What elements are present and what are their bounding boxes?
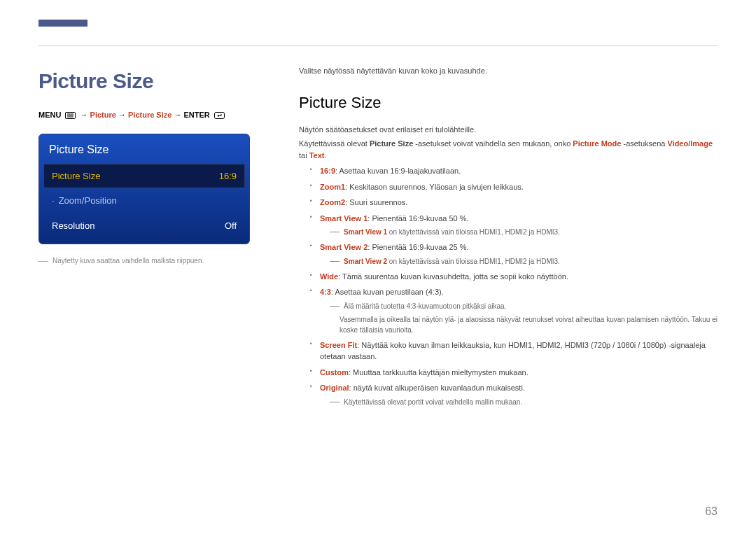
menu-icon [65,111,76,122]
breadcrumb-arrow-2: → [118,111,128,119]
osd-row-value: Off [225,219,237,233]
osd-row-zoom-position[interactable]: ·Zoom/Position [43,188,245,213]
note-4-3: Älä määritä tuotetta 4:3-kuvamuotoon pit… [330,301,718,311]
breadcrumb-picture: Picture [90,111,116,119]
intro-text: Valitse näytössä näytettävän kuvan koko … [299,65,718,77]
note-4-3-body: Vasemmalla ja oikealla tai näytön ylä- j… [340,314,718,335]
osd-body: Picture Size 16:9 ·Zoom/Position Resolut… [39,164,249,244]
breadcrumb-arrow-3: → [174,111,183,119]
option-custom: Custom: Muuttaa tarkkuutta käyttäjän mie… [310,367,718,379]
option-4-3: 4:3: Asettaa kuvan perustilaan (4:3). Äl… [310,286,718,335]
section-heading: Picture Size [299,91,718,114]
osd-row-label: ·Zoom/Position [52,194,117,208]
note-smart-view-2: Smart View 2 on käytettävissä vain tiloi… [330,256,718,267]
option-16-9: 16:9: Asettaa kuvan 16:9-laajakuvatilaan… [310,165,718,177]
osd-row-value: 16:9 [219,169,237,183]
left-column: Picture Size MENU → Picture → Picture Si… [38,65,276,412]
image-footnote: Näytetty kuva saattaa vaihdella mallista… [38,255,276,266]
page-title: Picture Size [38,65,276,97]
accent-bar [38,20,88,27]
osd-row-picture-size[interactable]: Picture Size 16:9 [43,164,245,189]
paragraph-availability: Käytettävissä olevat Picture Size -asetu… [299,138,718,161]
option-wide: Wide: Tämä suurentaa kuvan kuvasuhdetta,… [310,271,718,283]
osd-panel: Picture Size Picture Size 16:9 ·Zoom/Pos… [38,134,250,245]
breadcrumb-arrow-1: → [80,111,90,119]
breadcrumb-enter: ENTER [183,111,209,119]
option-original: Original: näytä kuvat alkuperäisen kuvan… [310,382,718,407]
osd-header: Picture Size [39,134,249,164]
horizontal-rule [38,45,718,46]
option-smart-view-2: Smart View 2: Pienentää 16:9-kuvaa 25 %.… [310,241,718,267]
osd-row-label: Resolution [52,219,94,233]
options-list: 16:9: Asettaa kuvan 16:9-laajakuvatilaan… [310,165,718,407]
osd-row-label: Picture Size [52,169,100,183]
manual-page: Picture Size MENU → Picture → Picture Si… [0,0,756,534]
option-smart-view-1: Smart View 1: Pienentää 16:9-kuvaa 50 %.… [310,213,718,238]
breadcrumb-picture-size: Picture Size [128,111,172,119]
osd-row-resolution[interactable]: Resolution Off [43,213,245,239]
note-smart-view-1: Smart View 1 on käytettävissä vain tiloi… [330,227,718,237]
note-original: Käytettävissä olevat portit voivat vaihd… [330,397,718,407]
breadcrumb: MENU → Picture → Picture Size → ENTER [38,109,276,122]
paragraph-sources: Näytön säätöasetukset ovat erilaiset eri… [299,124,718,136]
page-number: 63 [705,503,718,520]
option-zoom2: Zoom2: Suuri suurennos. [310,197,718,209]
right-column: Valitse näytössä näytettävän kuvan koko … [299,65,718,412]
breadcrumb-menu: MENU [38,111,61,119]
enter-icon [214,111,225,122]
option-zoom1: Zoom1: Keskitason suurennos. Yläosan ja … [310,181,718,193]
option-screen-fit: Screen Fit: Näyttää koko kuvan ilman lei… [310,339,718,363]
